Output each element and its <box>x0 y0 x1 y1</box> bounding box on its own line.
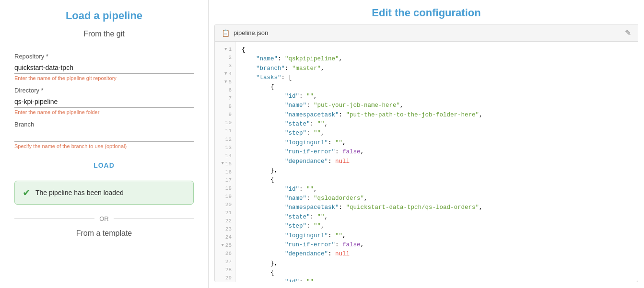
directory-label: Directory * <box>14 87 194 94</box>
code-line: }, <box>242 259 638 268</box>
code-line: "step": "", <box>242 222 638 231</box>
code-line: "id": "", <box>242 185 638 194</box>
code-line: "run-if-error": false, <box>242 241 638 250</box>
branch-input[interactable] <box>14 130 194 142</box>
file-icon: 📋 <box>222 29 230 37</box>
line-number: 22 <box>215 217 235 225</box>
line-number: 11 <box>215 127 235 135</box>
directory-input[interactable] <box>14 96 194 108</box>
code-line: { <box>242 83 638 92</box>
code-line: "loggingurl": "", <box>242 231 638 241</box>
code-line: "name": "qsloadorders", <box>242 194 638 203</box>
page-title: Load a pipeline <box>14 10 194 22</box>
arrow-icon: ▼ <box>224 71 227 78</box>
arrow-icon: ▼ <box>221 242 223 249</box>
line-number: 3 <box>215 62 235 70</box>
line-number: 28 <box>215 266 235 274</box>
line-number: 9 <box>215 111 235 119</box>
line-number: 19 <box>215 193 235 201</box>
line-numbers: ▼123▼4▼567891011121314▼15161718192021222… <box>215 42 236 282</box>
load-button[interactable]: LOAD <box>84 159 124 172</box>
right-panel: Edit the configuration 📋 pipeline.json ✎… <box>209 0 644 288</box>
success-message: The pipeline has been loaded <box>35 189 124 196</box>
code-line: "name": "qskpipipeline", <box>242 55 638 64</box>
code-line: "id": "", <box>242 277 638 282</box>
line-number: 2 <box>215 54 235 62</box>
code-line: }, <box>242 166 638 175</box>
code-line: "step": "", <box>242 129 638 138</box>
arrow-icon: ▼ <box>221 161 223 167</box>
arrow-icon: ▼ <box>224 79 227 86</box>
success-icon: ✔ <box>23 187 31 198</box>
code-line: "tasks": [ <box>242 73 638 82</box>
line-number: ▼25 <box>215 242 235 250</box>
editor-lines: ▼123▼4▼567891011121314▼15161718192021222… <box>215 42 638 282</box>
code-line: "namespacetask": "quickstart-data-tpch/q… <box>242 203 638 212</box>
line-number: 23 <box>215 225 235 233</box>
code-content: { "name": "qskpipipeline", "branch": "ma… <box>236 42 638 282</box>
editor-title: Edit the configuration <box>209 0 644 24</box>
line-number: 21 <box>215 209 235 217</box>
success-banner: ✔ The pipeline has been loaded <box>14 181 194 205</box>
line-number: 29 <box>215 274 235 282</box>
line-number: ▼1 <box>215 46 235 54</box>
code-line: "state": "", <box>242 213 638 222</box>
code-line: "namespacetask": "put-the-path-to-the-jo… <box>242 111 638 120</box>
repository-label: Repository * <box>14 53 194 60</box>
code-line: "dependance": null <box>242 157 638 166</box>
line-number: 17 <box>215 176 235 184</box>
code-line: { <box>242 175 638 184</box>
editor-header: 📋 pipeline.json ✎ <box>215 24 638 42</box>
repository-hint: Enter the name of the pipeline git repos… <box>14 75 194 81</box>
line-number: 8 <box>215 103 235 111</box>
repository-input[interactable] <box>14 62 194 74</box>
line-number: 16 <box>215 168 235 176</box>
git-section-title: From the git <box>14 30 194 38</box>
code-line: "branch": "master", <box>242 64 638 73</box>
editor-body[interactable]: ▼123▼4▼567891011121314▼15161718192021222… <box>215 42 638 282</box>
editor-filename: 📋 pipeline.json <box>222 29 268 37</box>
line-number: 7 <box>215 94 235 103</box>
code-line: "state": "", <box>242 120 638 129</box>
arrow-icon: ▼ <box>224 46 227 53</box>
or-divider: OR <box>14 215 194 222</box>
code-line: "dependance": null <box>242 250 638 259</box>
line-number: 6 <box>215 86 235 94</box>
code-line: { <box>242 268 638 277</box>
code-line: "id": "", <box>242 92 638 101</box>
code-line: "name": "put-your-job-name-here", <box>242 101 638 110</box>
line-number: 27 <box>215 258 235 266</box>
left-panel: Load a pipeline From the git Repository … <box>0 0 209 288</box>
from-template-label: From a template <box>14 229 194 238</box>
line-number: 13 <box>215 144 235 152</box>
line-number: ▼5 <box>215 78 235 86</box>
branch-hint: Specify the name of the branch to use (o… <box>14 143 194 149</box>
branch-label: Branch <box>14 121 194 128</box>
directory-hint: Enter the name of the pipeline folder <box>14 109 194 115</box>
edit-button[interactable]: ✎ <box>625 28 631 37</box>
line-number: 18 <box>215 184 235 193</box>
code-line: { <box>242 46 638 55</box>
editor-container: 📋 pipeline.json ✎ ▼123▼4▼567891011121314… <box>214 24 638 282</box>
code-line: "run-if-error": false, <box>242 148 638 157</box>
line-number: 14 <box>215 152 235 160</box>
line-number: 10 <box>215 119 235 127</box>
line-number: ▼15 <box>215 160 235 168</box>
line-number: 24 <box>215 233 235 242</box>
line-number: 12 <box>215 136 235 144</box>
line-number: 20 <box>215 201 235 209</box>
line-number: ▼4 <box>215 70 235 78</box>
line-number: 26 <box>215 250 235 258</box>
code-line: "loggingurl": "", <box>242 138 638 148</box>
